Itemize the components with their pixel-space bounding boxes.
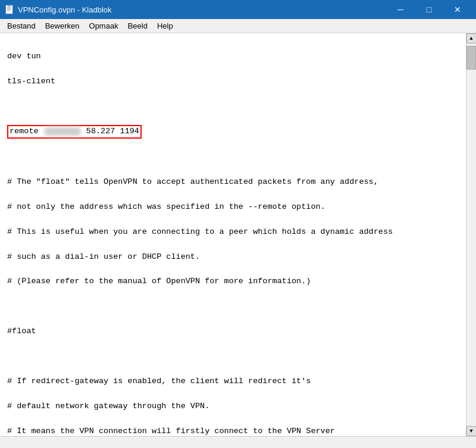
line-comment-5: # (Please refer to the manual of OpenVPN… <box>7 275 459 288</box>
status-bar <box>0 436 476 448</box>
svg-rect-1 <box>7 7 11 7</box>
scrollbar-thumb[interactable] <box>466 46 476 70</box>
line-comment-8: # It means the VPN connection will first… <box>7 425 459 436</box>
maximize-button[interactable]: □ <box>415 4 443 15</box>
menu-bestand[interactable]: Bestand <box>2 20 40 32</box>
title-bar: VPNConfig.ovpn - Kladblok ─ □ ✕ <box>0 0 476 19</box>
menu-beeld[interactable]: Beeld <box>123 20 152 32</box>
blurred-ip: ​ <box>45 127 80 136</box>
title-bar-left: VPNConfig.ovpn - Kladblok <box>5 5 112 14</box>
line-7 <box>7 350 459 363</box>
menu-help[interactable]: Help <box>152 20 178 32</box>
minimize-button[interactable]: ─ <box>387 4 414 15</box>
svg-rect-5 <box>8 5 11 6</box>
line-comment-3: # This is useful when you are connecting… <box>7 226 459 239</box>
line-2: tls-client <box>7 76 459 88</box>
line-6 <box>7 300 459 313</box>
line-comment-4: # such as a dial-in user or DHCP client. <box>7 251 459 264</box>
svg-rect-4 <box>7 10 10 11</box>
scroll-up-button[interactable]: ▲ <box>466 33 477 43</box>
editor-content[interactable]: dev tun tls-client remote ​ 58.227 1194 … <box>0 33 466 436</box>
svg-rect-3 <box>7 9 11 10</box>
window-controls: ─ □ ✕ <box>387 4 471 15</box>
window-title: VPNConfig.ovpn - Kladblok <box>18 5 112 14</box>
remote-highlight-box: remote ​ 58.227 1194 <box>7 125 142 139</box>
line-comment-6: # If redirect-gateway is enabled, the cl… <box>7 375 459 388</box>
line-1: dev tun <box>7 51 459 63</box>
line-3 <box>7 101 459 113</box>
line-5 <box>7 151 459 164</box>
scrollbar-vertical[interactable]: ▲ ▼ <box>466 33 476 436</box>
line-comment-2: # not only the address which was specifi… <box>7 201 459 214</box>
menu-bewerken[interactable]: Bewerken <box>40 20 84 32</box>
menu-opmaak[interactable]: Opmaak <box>84 20 123 32</box>
line-float: #float <box>7 325 459 338</box>
line-comment-1: # The "float" tells OpenVPN to accept au… <box>7 176 459 189</box>
scrollbar-track[interactable] <box>466 43 476 426</box>
close-button[interactable]: ✕ <box>444 4 471 15</box>
menu-bar: Bestand Bewerken Opmaak Beeld Help <box>0 19 476 33</box>
line-comment-7: # default network gateway through the VP… <box>7 400 459 413</box>
scroll-down-button[interactable]: ▼ <box>466 426 477 436</box>
line-remote: remote ​ 58.227 1194 <box>7 125 459 139</box>
svg-rect-2 <box>7 8 11 8</box>
editor-container: dev tun tls-client remote ​ 58.227 1194 … <box>0 33 476 436</box>
notepad-icon <box>5 5 14 14</box>
